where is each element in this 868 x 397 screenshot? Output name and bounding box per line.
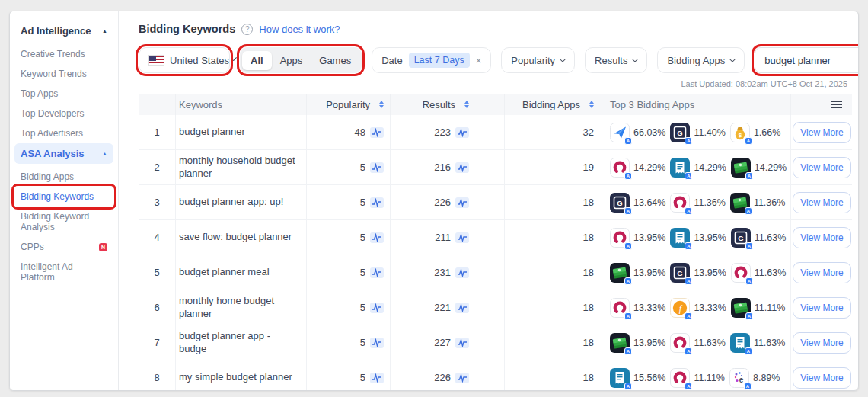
date-range-value[interactable]: Last 7 Days — [409, 53, 470, 68]
bidding-apps-cell: 19 — [504, 150, 602, 184]
cash-stack-app-icon[interactable]: A — [610, 333, 630, 353]
search-input[interactable] — [764, 55, 858, 66]
popularity-trend-icon[interactable] — [370, 162, 384, 173]
sidebar-item-top-advertisers[interactable]: Top Advertisers — [14, 123, 113, 143]
cash-stack-app-icon[interactable]: A — [731, 298, 751, 318]
money-bag-app-icon[interactable]: $A — [730, 123, 750, 142]
e-dots-app-icon[interactable]: eA — [729, 368, 749, 388]
sort-icon[interactable] — [589, 101, 594, 108]
row-index: 3 — [139, 185, 175, 219]
column-settings-icon[interactable] — [831, 101, 842, 108]
results-trend-icon[interactable] — [455, 232, 469, 243]
popularity-trend-icon[interactable] — [370, 338, 384, 348]
g-console-app-icon[interactable]: GA — [670, 263, 690, 283]
view-more-button[interactable]: View More — [793, 262, 850, 283]
receipt-app-icon[interactable]: A — [670, 228, 690, 248]
sidebar-item-keyword-trends[interactable]: Keyword Trends — [14, 64, 113, 84]
red-ring-app-icon[interactable]: A — [670, 193, 690, 213]
top3-app: A11.63% — [731, 263, 786, 283]
segment-all[interactable]: All — [242, 51, 272, 70]
table-body: 1 budget planner 48 223 32 A66.03%GA11.4… — [139, 115, 852, 390]
date-filter[interactable]: Date Last 7 Days × — [372, 47, 491, 73]
bidding-apps-column-header[interactable]: Bidding Apps — [504, 94, 602, 115]
results-cell: 221 — [390, 290, 504, 325]
popularity-trend-icon[interactable] — [370, 303, 384, 313]
us-flag-icon — [148, 55, 164, 66]
sidebar-item-top-apps[interactable]: Top Apps — [14, 84, 113, 104]
popularity-trend-icon[interactable] — [370, 373, 384, 383]
red-ring-app-icon[interactable]: A — [731, 263, 751, 283]
results-trend-icon[interactable] — [455, 267, 469, 278]
top3-app: A11.36% — [670, 193, 725, 213]
cash-stack-app-icon[interactable]: A — [610, 263, 630, 283]
sidebar-item-cpps[interactable]: CPPs N — [14, 237, 113, 257]
red-ring-app-icon[interactable]: A — [610, 228, 630, 248]
view-more-button[interactable]: View More — [793, 367, 850, 389]
page-header: Bidding Keywords ? How does it work? — [139, 21, 852, 37]
appstore-badge-icon: A — [745, 207, 752, 215]
script-f-app-icon[interactable]: fA — [670, 298, 690, 318]
sidebar-section-asa-analysis[interactable]: ASA Analysis ▲ — [14, 143, 113, 164]
receipt-app-icon[interactable]: A — [730, 333, 750, 353]
view-more-button[interactable]: View More — [793, 332, 850, 354]
popularity-column-header[interactable]: Popularity — [306, 94, 390, 115]
results-filter-dropdown[interactable]: Results — [585, 47, 647, 73]
country-select[interactable]: United States — [139, 47, 230, 73]
sidebar-item-top-developers[interactable]: Top Developers — [14, 104, 113, 123]
keyword-cell: budget planner app - budge — [175, 325, 306, 360]
sidebar-section-ad-intelligence[interactable]: Ad Intelligence ▲ — [14, 21, 113, 41]
results-value: 211 — [435, 232, 451, 243]
appstore-badge-icon: A — [624, 383, 632, 390]
row-index: 8 — [139, 360, 175, 390]
popularity-trend-icon[interactable] — [370, 127, 384, 138]
sort-icon[interactable] — [464, 101, 469, 108]
sidebar-item-intelligent-ad-platform[interactable]: Intelligent Ad Platform — [14, 257, 113, 287]
view-more-button[interactable]: View More — [793, 157, 850, 178]
bidding-apps-filter-dropdown[interactable]: Bidding Apps — [657, 47, 745, 73]
help-icon[interactable]: ? — [241, 24, 253, 35]
view-more-button[interactable]: View More — [793, 122, 850, 143]
view-more-button[interactable]: View More — [793, 227, 850, 248]
results-cell: 231 — [390, 255, 504, 290]
sidebar-item-bidding-keywords[interactable]: Bidding Keywords — [14, 187, 113, 207]
view-more-cell: View More — [790, 360, 852, 390]
view-more-button[interactable]: View More — [793, 192, 850, 213]
results-column-header[interactable]: Results — [390, 94, 504, 115]
view-more-button[interactable]: View More — [793, 297, 850, 319]
cash-stack-app-icon[interactable]: A — [730, 193, 750, 213]
results-trend-icon[interactable] — [455, 162, 469, 173]
how-does-it-work-link[interactable]: How does it work? — [259, 24, 340, 35]
receipt-app-icon[interactable]: A — [610, 368, 630, 388]
sidebar-item-bidding-apps[interactable]: Bidding Apps — [14, 167, 113, 187]
sidebar-item-creative-trends[interactable]: Creative Trends — [14, 44, 113, 64]
results-trend-icon[interactable] — [455, 338, 469, 348]
results-trend-icon[interactable] — [455, 373, 469, 383]
receipt-app-icon[interactable]: A — [670, 158, 690, 178]
red-ring-app-icon[interactable]: A — [670, 368, 690, 388]
red-ring-app-icon[interactable]: A — [670, 333, 690, 353]
popularity-trend-icon[interactable] — [370, 197, 384, 208]
red-ring-app-icon[interactable]: A — [610, 298, 630, 318]
g-console-app-icon[interactable]: GA — [610, 193, 630, 213]
top3-apps-cell: A15.56%A11.11%eA8.89% — [602, 360, 790, 390]
paper-plane-app-icon[interactable]: A — [610, 123, 630, 142]
popularity-cell: 48 — [306, 115, 390, 149]
top3-app: A14.29% — [731, 158, 787, 178]
popularity-filter-dropdown[interactable]: Popularity — [501, 47, 575, 73]
segment-apps[interactable]: Apps — [272, 51, 311, 70]
popularity-trend-icon[interactable] — [370, 232, 384, 243]
g-console-app-icon[interactable]: GA — [731, 228, 751, 248]
segment-games[interactable]: Games — [311, 51, 359, 70]
popularity-trend-icon[interactable] — [370, 267, 384, 278]
popularity-value: 5 — [360, 232, 365, 243]
results-trend-icon[interactable] — [455, 303, 469, 313]
results-trend-icon[interactable] — [455, 197, 469, 208]
red-ring-app-icon[interactable]: A — [610, 158, 630, 178]
results-trend-icon[interactable] — [455, 127, 469, 138]
sort-icon[interactable] — [379, 101, 384, 108]
close-icon[interactable]: × — [476, 55, 482, 66]
bidding-apps-value: 18 — [583, 232, 594, 243]
sidebar-item-bidding-keyword-analysis[interactable]: Bidding Keyword Analysis — [14, 207, 113, 237]
cash-stack-app-icon[interactable]: A — [731, 158, 751, 178]
g-console-app-icon[interactable]: GA — [670, 123, 690, 142]
